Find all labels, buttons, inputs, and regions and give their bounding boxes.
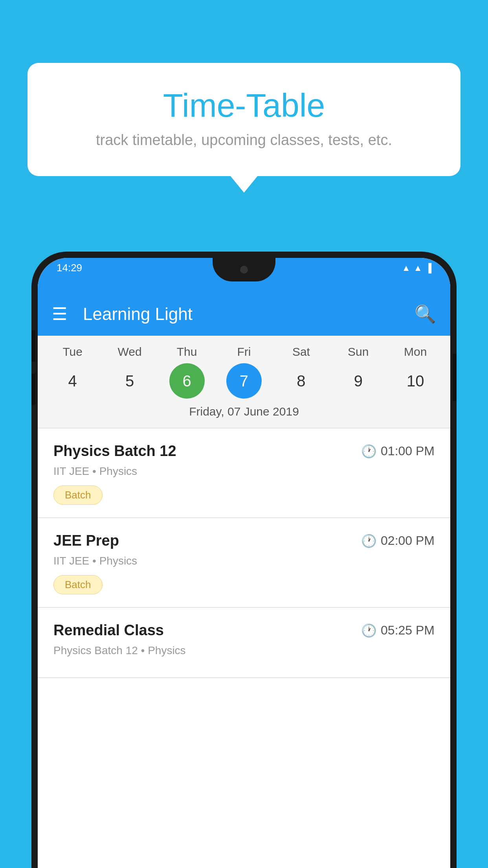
wifi-icon: ▲: [402, 263, 411, 273]
speech-bubble-container: Time-Table track timetable, upcoming cla…: [28, 63, 460, 176]
day-7-selected[interactable]: 7: [226, 363, 262, 399]
power-button: [453, 354, 457, 401]
day-headers: Tue Wed Thu Fri Sat Sun Mon: [38, 345, 450, 359]
day-5[interactable]: 5: [112, 363, 147, 399]
schedule-item-1[interactable]: Physics Batch 12 🕐 01:00 PM IIT JEE • Ph…: [38, 428, 450, 518]
schedule-item-2-time: 🕐 02:00 PM: [361, 533, 435, 548]
day-numbers: 4 5 6 7 8 9 10: [38, 363, 450, 399]
schedule-item-3-title: Remedial Class: [53, 622, 164, 639]
status-icons: ▲ ▲ ▐: [402, 263, 431, 273]
day-9[interactable]: 9: [341, 363, 376, 399]
volume-up-button: [31, 330, 35, 362]
schedule-item-2-header: JEE Prep 🕐 02:00 PM: [53, 532, 435, 549]
schedule-item-3-time: 🕐 05:25 PM: [361, 623, 435, 638]
day-header-sat: Sat: [283, 345, 319, 359]
schedule-item-1-sub: IIT JEE • Physics: [53, 465, 435, 478]
volume-down-button: [31, 373, 35, 405]
schedule-item-3-sub: Physics Batch 12 • Physics: [53, 644, 435, 657]
schedule-item-2-sub: IIT JEE • Physics: [53, 555, 435, 567]
batch-badge-1: Batch: [53, 485, 103, 505]
phone-frame: 14:29 ▲ ▲ ▐ ☰ Learning Light 🔍 Tue Wed T: [31, 252, 457, 868]
status-time: 14:29: [57, 262, 82, 274]
day-10[interactable]: 10: [398, 363, 433, 399]
clock-icon-1: 🕐: [361, 444, 377, 459]
schedule-item-2[interactable]: JEE Prep 🕐 02:00 PM IIT JEE • Physics Ba…: [38, 518, 450, 608]
bubble-subtitle: track timetable, upcoming classes, tests…: [59, 132, 429, 149]
hamburger-menu-icon[interactable]: ☰: [52, 305, 67, 323]
signal-icon: ▲: [414, 263, 422, 273]
clock-icon-2: 🕐: [361, 533, 377, 548]
day-header-tue: Tue: [55, 345, 90, 359]
day-4[interactable]: 4: [55, 363, 90, 399]
app-bar-title: Learning Light: [83, 304, 399, 324]
schedule-item-2-title: JEE Prep: [53, 532, 119, 549]
app-bar: ☰ Learning Light 🔍: [38, 292, 450, 336]
schedule-list: Physics Batch 12 🕐 01:00 PM IIT JEE • Ph…: [38, 428, 450, 678]
day-header-sun: Sun: [341, 345, 376, 359]
clock-icon-3: 🕐: [361, 623, 377, 638]
day-header-mon: Mon: [398, 345, 433, 359]
schedule-item-1-title: Physics Batch 12: [53, 443, 176, 460]
speech-bubble: Time-Table track timetable, upcoming cla…: [28, 63, 460, 176]
selected-date-label: Friday, 07 June 2019: [38, 405, 450, 425]
day-header-fri: Fri: [226, 345, 262, 359]
phone-screen: 14:29 ▲ ▲ ▐ ☰ Learning Light 🔍 Tue Wed T: [38, 258, 450, 868]
day-8[interactable]: 8: [283, 363, 319, 399]
schedule-item-3-header: Remedial Class 🕐 05:25 PM: [53, 622, 435, 639]
schedule-item-1-time: 🕐 01:00 PM: [361, 444, 435, 459]
status-bar-area: 14:29 ▲ ▲ ▐: [38, 258, 450, 292]
search-icon[interactable]: 🔍: [415, 304, 436, 324]
status-bar: 14:29 ▲ ▲ ▐: [38, 262, 450, 274]
schedule-item-1-header: Physics Batch 12 🕐 01:00 PM: [53, 443, 435, 460]
batch-badge-2: Batch: [53, 575, 103, 594]
day-6-today[interactable]: 6: [169, 363, 205, 399]
day-header-thu: Thu: [169, 345, 205, 359]
schedule-item-3[interactable]: Remedial Class 🕐 05:25 PM Physics Batch …: [38, 608, 450, 678]
day-header-wed: Wed: [112, 345, 147, 359]
calendar-strip: Tue Wed Thu Fri Sat Sun Mon 4 5 6 7 8 9 …: [38, 336, 450, 428]
battery-icon: ▐: [425, 263, 431, 273]
bubble-title: Time-Table: [59, 86, 429, 125]
